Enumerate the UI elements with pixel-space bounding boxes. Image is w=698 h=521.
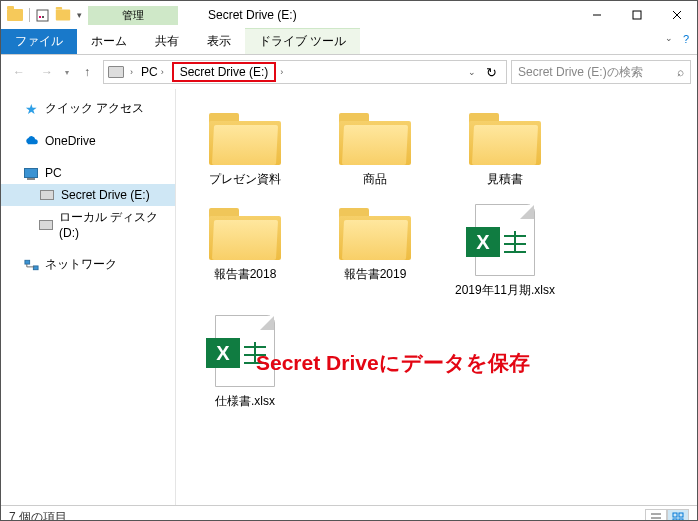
file-item[interactable]: X2019年11月期.xlsx — [440, 198, 570, 309]
svg-rect-4 — [633, 11, 641, 19]
status-item-count: 7 個の項目 — [9, 509, 67, 521]
contextual-group-label: 管理 — [88, 6, 178, 25]
navpane-label: ローカル ディスク (D:) — [59, 209, 167, 240]
svg-rect-12 — [673, 513, 677, 517]
item-label: プレゼン資料 — [209, 171, 281, 188]
folder-item[interactable]: プレゼン資料 — [180, 103, 310, 198]
drive-icon — [39, 217, 53, 233]
window-title: Secret Drive (E:) — [178, 8, 577, 22]
window-controls — [577, 1, 697, 29]
breadcrumb-current-highlight: Secret Drive (E:) — [172, 62, 277, 82]
drive-tools-tab[interactable]: ドライブ ツール — [245, 28, 360, 54]
close-button[interactable] — [657, 1, 697, 29]
folder-icon — [209, 109, 281, 165]
folder-icon — [339, 204, 411, 260]
home-tab[interactable]: ホーム — [77, 29, 141, 54]
svg-rect-2 — [42, 16, 44, 18]
title-bar: ▾ 管理 Secret Drive (E:) — [1, 1, 697, 29]
share-tab[interactable]: 共有 — [141, 29, 193, 54]
file-tab[interactable]: ファイル — [1, 29, 77, 54]
help-icon[interactable]: ? — [683, 33, 689, 45]
search-icon[interactable]: ⌕ — [677, 65, 684, 79]
qat-dropdown-icon[interactable]: ▾ — [77, 10, 82, 20]
annotation-text: Secret Driveにデータを保存 — [256, 349, 530, 377]
navpane-local-disk[interactable]: ローカル ディスク (D:) — [1, 206, 175, 243]
folder-item[interactable]: 見積書 — [440, 103, 570, 198]
drive-icon — [39, 187, 55, 203]
navpane-label: OneDrive — [45, 134, 96, 148]
chevron-right-icon[interactable]: › — [161, 67, 164, 77]
folder-item[interactable]: 商品 — [310, 103, 440, 198]
folder-item[interactable]: 報告書2019 — [310, 198, 440, 309]
minimize-button[interactable] — [577, 1, 617, 29]
divider — [29, 8, 30, 22]
item-label: 2019年11月期.xlsx — [455, 282, 555, 299]
navpane-onedrive[interactable]: OneDrive — [1, 130, 175, 152]
item-label: 報告書2019 — [344, 266, 407, 283]
details-view-button[interactable] — [645, 509, 667, 522]
status-bar: 7 個の項目 — [1, 505, 697, 521]
navpane-label: ネットワーク — [45, 256, 117, 273]
drive-icon — [108, 66, 124, 78]
star-icon: ★ — [23, 101, 39, 117]
excel-file-icon: X — [475, 204, 535, 276]
icons-view-button[interactable] — [667, 509, 689, 522]
folder-item[interactable]: 報告書2018 — [180, 198, 310, 309]
history-dropdown-icon[interactable]: ▾ — [63, 68, 71, 77]
breadcrumb-pc[interactable]: PC› — [137, 65, 168, 79]
svg-rect-1 — [39, 16, 41, 18]
contextual-tab-group: 管理 — [88, 6, 178, 25]
pc-icon — [23, 165, 39, 181]
ribbon-expand-icon[interactable]: ⌄ — [665, 33, 673, 45]
chevron-right-icon[interactable]: › — [280, 67, 283, 77]
folder-icon — [469, 109, 541, 165]
navpane-quick-access[interactable]: ★ クイック アクセス — [1, 97, 175, 120]
quick-access-toolbar: ▾ — [1, 8, 88, 22]
cloud-icon — [23, 133, 39, 149]
navigation-pane: ★ クイック アクセス OneDrive PC Secret Drive (E:… — [1, 89, 176, 505]
item-label: 見積書 — [487, 171, 523, 188]
forward-button[interactable]: → — [35, 60, 59, 84]
address-bar[interactable]: › PC› Secret Drive (E:) › ⌄ ↻ — [103, 60, 507, 84]
folder-icon — [209, 204, 281, 260]
svg-rect-7 — [24, 260, 29, 264]
ribbon-help: ⌄ ? — [665, 33, 689, 45]
content-pane[interactable]: プレゼン資料商品見積書報告書2018報告書2019X2019年11月期.xlsx… — [176, 89, 697, 505]
up-button[interactable]: ↑ — [75, 60, 99, 84]
navpane-pc[interactable]: PC — [1, 162, 175, 184]
item-label: 仕様書.xlsx — [215, 393, 275, 410]
view-tab[interactable]: 表示 — [193, 29, 245, 54]
navpane-label: Secret Drive (E:) — [61, 188, 150, 202]
properties-icon[interactable] — [36, 9, 49, 22]
navpane-label: PC — [45, 166, 62, 180]
view-switcher — [645, 509, 689, 522]
item-label: 商品 — [363, 171, 387, 188]
folder-icon — [339, 109, 411, 165]
search-box[interactable]: Secret Drive (E:)の検索 ⌕ — [511, 60, 691, 84]
breadcrumb-drive[interactable]: Secret Drive (E:) — [180, 65, 269, 79]
navpane-network[interactable]: ネットワーク — [1, 253, 175, 276]
navpane-label: クイック アクセス — [45, 100, 144, 117]
svg-rect-13 — [679, 513, 683, 517]
navigation-bar: ← → ▾ ↑ › PC› Secret Drive (E:) › ⌄ ↻ Se… — [1, 55, 697, 89]
ribbon-tabs: ファイル ホーム 共有 表示 ドライブ ツール ⌄ ? — [1, 29, 697, 55]
network-icon — [23, 257, 39, 273]
app-icon — [7, 9, 23, 21]
search-placeholder: Secret Drive (E:)の検索 — [518, 64, 643, 81]
refresh-icon[interactable]: ↻ — [482, 65, 501, 80]
breadcrumb-pc-label: PC — [141, 65, 158, 79]
body: ★ クイック アクセス OneDrive PC Secret Drive (E:… — [1, 89, 697, 505]
new-folder-icon[interactable] — [56, 10, 70, 21]
item-label: 報告書2018 — [214, 266, 277, 283]
chevron-right-icon[interactable]: › — [130, 67, 133, 77]
address-dropdown-icon[interactable]: ⌄ — [464, 67, 480, 77]
address-controls: ⌄ ↻ — [464, 65, 504, 80]
svg-rect-0 — [37, 10, 48, 21]
navpane-secret-drive[interactable]: Secret Drive (E:) — [1, 184, 175, 206]
back-button[interactable]: ← — [7, 60, 31, 84]
maximize-button[interactable] — [617, 1, 657, 29]
